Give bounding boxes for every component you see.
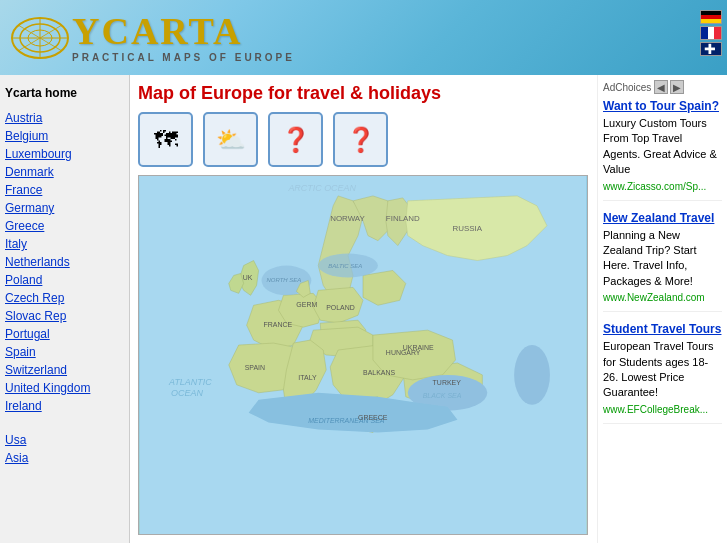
svg-text:ATLANTIC: ATLANTIC [168, 377, 212, 387]
ad-body-2: European Travel Tours for Students ages … [603, 339, 722, 401]
logo-subtitle: PRACTICAL MAPS OF EUROPE [72, 52, 295, 63]
flag-german[interactable] [700, 10, 722, 24]
sidebar-link-netherlands[interactable]: Netherlands [5, 253, 124, 271]
sidebar-link-ireland[interactable]: Ireland [5, 397, 124, 415]
sidebar-links: AustriaBelgiumLuxembourgDenmarkFranceGer… [5, 109, 124, 415]
svg-text:SPAIN: SPAIN [245, 364, 265, 371]
ad-url-0[interactable]: www.Zicasso.com/Sp... [603, 181, 722, 192]
ad-title-1[interactable]: New Zealand Travel [603, 211, 722, 225]
europe-map: ATLANTIC OCEAN ARCTIC OCEAN [139, 176, 587, 534]
flag-french[interactable] [700, 26, 722, 40]
logo-text: YCARTA [72, 12, 242, 50]
sidebar-link-luxembourg[interactable]: Luxembourg [5, 145, 124, 163]
sidebar-link-portugal[interactable]: Portugal [5, 325, 124, 343]
sidebar-link-belgium[interactable]: Belgium [5, 127, 124, 145]
ad-url-2[interactable]: www.EFCollegeBreak... [603, 404, 722, 415]
ad-body-0: Luxury Custom Tours From Top Travel Agen… [603, 116, 722, 178]
svg-text:ITALY: ITALY [298, 374, 317, 381]
sidebar-links2: UsaAsia [5, 431, 124, 467]
ad-url-1[interactable]: www.NewZealand.com [603, 292, 722, 303]
ad-prev-button[interactable]: ◀ [654, 80, 668, 94]
content-area: Map of Europe for travel & holidays 🗺 ⛅ … [130, 75, 597, 543]
sidebar-link-united-kingdom[interactable]: United Kingdom [5, 379, 124, 397]
svg-text:NORWAY: NORWAY [330, 214, 365, 223]
flag-uk[interactable] [700, 42, 722, 56]
svg-text:ARCTIC OCEAN: ARCTIC OCEAN [287, 183, 356, 193]
svg-text:NORTH SEA: NORTH SEA [267, 277, 302, 283]
sidebar-link-czech-rep[interactable]: Czech Rep [5, 289, 124, 307]
svg-text:RUSSIA: RUSSIA [453, 224, 483, 233]
sidebar-link-austria[interactable]: Austria [5, 109, 124, 127]
sidebar-link-greece[interactable]: Greece [5, 217, 124, 235]
logo-emblem [10, 10, 70, 65]
svg-text:OCEAN: OCEAN [171, 388, 203, 398]
svg-text:GREECE: GREECE [358, 414, 388, 421]
ad-choices-bar: AdChoices ◀ ▶ [603, 80, 722, 94]
main-wrapper: Ycarta home AustriaBelgiumLuxembourgDenm… [0, 75, 727, 543]
sidebar-home[interactable]: Ycarta home [5, 83, 124, 103]
svg-text:POLAND: POLAND [326, 304, 355, 311]
sidebar-link-france[interactable]: France [5, 181, 124, 199]
ad-choices-label: AdChoices [603, 82, 651, 93]
header: YCARTA PRACTICAL MAPS OF EUROPE [0, 0, 727, 75]
sidebar-link-italy[interactable]: Italy [5, 235, 124, 253]
ad-block-0: Want to Tour Spain? Luxury Custom Tours … [603, 99, 722, 201]
ad-title-2[interactable]: Student Travel Tours [603, 322, 722, 336]
sidebar-link-spain[interactable]: Spain [5, 343, 124, 361]
ad-sidebar: AdChoices ◀ ▶ Want to Tour Spain? Luxury… [597, 75, 727, 543]
weather-button[interactable]: ⛅ [203, 112, 258, 167]
header-flags [700, 10, 722, 56]
ad-blocks: Want to Tour Spain? Luxury Custom Tours … [603, 99, 722, 424]
ad-body-1: Planning a New Zealand Trip? Start Here.… [603, 228, 722, 290]
sidebar-link-germany[interactable]: Germany [5, 199, 124, 217]
sidebar-link-switzerland[interactable]: Switzerland [5, 361, 124, 379]
sidebar-link-usa[interactable]: Usa [5, 431, 124, 449]
ad-nav-controls: ◀ ▶ [654, 80, 684, 94]
map-container: ATLANTIC OCEAN ARCTIC OCEAN [138, 175, 588, 535]
info2-button[interactable]: ❓ [333, 112, 388, 167]
sidebar-link-slovac-rep[interactable]: Slovac Rep [5, 307, 124, 325]
svg-text:UK: UK [243, 274, 253, 281]
svg-text:BALKANS: BALKANS [363, 369, 395, 376]
ad-block-2: Student Travel Tours European Travel Tou… [603, 322, 722, 424]
svg-text:FINLAND: FINLAND [386, 214, 420, 223]
sidebar: Ycarta home AustriaBelgiumLuxembourgDenm… [0, 75, 130, 543]
sidebar-link-asia[interactable]: Asia [5, 449, 124, 467]
svg-point-13 [514, 345, 550, 405]
ad-block-1: New Zealand Travel Planning a New Zealan… [603, 211, 722, 313]
sidebar-link-poland[interactable]: Poland [5, 271, 124, 289]
svg-text:BLACK SEA: BLACK SEA [423, 392, 462, 399]
ad-next-button[interactable]: ▶ [670, 80, 684, 94]
svg-text:FRANCE: FRANCE [264, 321, 293, 328]
info-button[interactable]: ❓ [268, 112, 323, 167]
page-title: Map of Europe for travel & holidays [138, 83, 589, 104]
sidebar-link-denmark[interactable]: Denmark [5, 163, 124, 181]
icon-bar: 🗺 ⛅ ❓ ❓ [138, 112, 589, 167]
svg-text:UKRAINE: UKRAINE [403, 344, 434, 351]
svg-text:GERM: GERM [296, 301, 317, 308]
svg-text:BALTIC SEA: BALTIC SEA [328, 263, 362, 269]
svg-text:TURKEY: TURKEY [433, 379, 462, 386]
ad-title-0[interactable]: Want to Tour Spain? [603, 99, 722, 113]
header-logo: YCARTA PRACTICAL MAPS OF EUROPE [72, 12, 295, 63]
map-button[interactable]: 🗺 [138, 112, 193, 167]
